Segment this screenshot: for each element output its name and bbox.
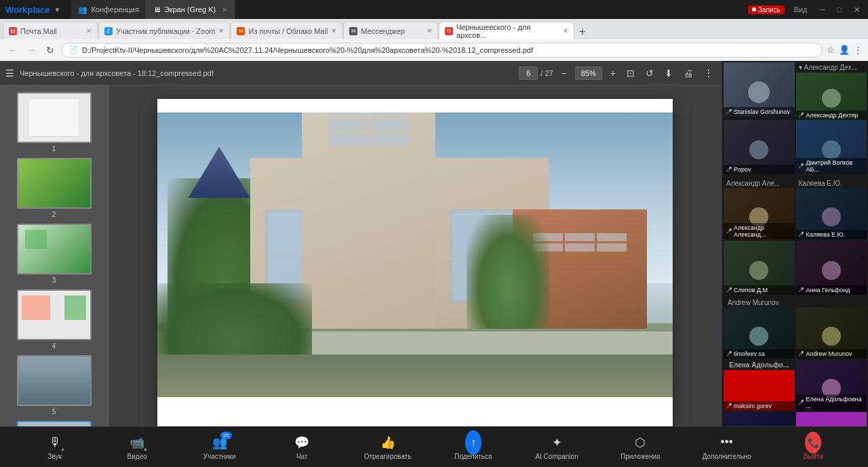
reactions-label: Отреагировать xyxy=(364,453,412,460)
close-window-button[interactable]: ✕ xyxy=(851,5,863,14)
thumbnail-5[interactable]: 5 xyxy=(7,355,101,415)
pdf-zoom-out-button[interactable]: − xyxy=(559,66,570,80)
audio-toolbar-item[interactable]: 🎙 ▲ Звук xyxy=(35,434,75,460)
thumbnail-3[interactable]: 3 xyxy=(7,224,101,284)
back-button[interactable]: ← xyxy=(5,43,20,57)
kalyaeva-mic: 🎤 xyxy=(799,232,804,237)
share-button[interactable]: ↑ xyxy=(465,430,481,455)
conference-tab[interactable]: 👥 Конференция xyxy=(71,0,146,19)
pdf-fit-page-button[interactable]: ⊡ xyxy=(624,66,637,80)
browser-tab-mail[interactable]: M Почта Mail ✕ xyxy=(3,22,98,39)
gelfond-overlay: 🎤 Анна Гельфонд xyxy=(796,285,867,295)
cloud-tab-close[interactable]: ✕ xyxy=(331,27,336,35)
forward-button[interactable]: → xyxy=(24,43,39,57)
main-layout: ☰ Чернышевского - для архсовета - 18:12_… xyxy=(0,61,868,467)
more-toolbar-item[interactable]: ••• Дополнительно xyxy=(703,434,751,460)
slepov-cell[interactable]: 🎤 Слепов Д.М xyxy=(724,241,795,295)
alexander-a-cell[interactable]: 🎤 Александр Александ... xyxy=(724,188,795,239)
browser-tab-cloud[interactable]: M Из почты / Облако Mail ✕ xyxy=(231,22,342,39)
profile-button[interactable]: 👤 xyxy=(839,45,850,55)
bookmark-button[interactable]: ☆ xyxy=(827,45,835,55)
stanislav-name: Stanislav Gorshunov xyxy=(734,108,790,115)
pdf-favicon: G xyxy=(445,27,453,35)
slepov-name: Слепов Д.М xyxy=(734,287,768,293)
browser-tab-zoom[interactable]: Z Участник публикации · Zoom ✕ xyxy=(98,22,230,39)
pdf-page-control: / 27 xyxy=(519,66,553,80)
section-collapse[interactable]: ▾ xyxy=(799,64,802,71)
dmitry-cell[interactable]: 🎤 Дмитрий Волков АБ... xyxy=(796,120,867,174)
browser-menu-button[interactable]: ⋮ xyxy=(854,45,863,55)
alexander-d-name: Александр Дехтяр xyxy=(806,112,859,119)
kalyaeva-cell[interactable]: 🎤 Каляева Е.Ю. xyxy=(796,188,867,239)
stanislav-cell[interactable]: 🎤 Stanislav Gorshunov xyxy=(724,62,795,117)
maksim-cell[interactable]: 🎤 maksim gorev xyxy=(724,370,795,411)
thumbnail-1[interactable]: 1 xyxy=(7,92,101,153)
screen-tab[interactable]: 🖥 Экран (Greg K) ✕ xyxy=(146,0,235,19)
participants-toolbar-item[interactable]: 👥 25 Участники xyxy=(199,434,240,460)
participants-icon: 👥 25 xyxy=(212,434,228,451)
minimize-button[interactable]: ─ xyxy=(817,5,828,14)
ai-toolbar-item[interactable]: ✦ AI Companion xyxy=(535,434,578,460)
andrew-name: timofeev sa xyxy=(734,350,765,357)
dmitry-overlay: 🎤 Дмитрий Волков АБ... xyxy=(796,158,867,174)
reactions-toolbar-item[interactable]: 👍 Отреагировать xyxy=(364,434,412,460)
elena-mic: 🎤 xyxy=(799,400,804,405)
pdf-zoom-in-button[interactable]: + xyxy=(608,66,618,80)
thumbnail-2-img xyxy=(17,158,92,209)
title-bar-controls: Запись Вид ─ □ ✕ xyxy=(748,5,863,14)
video-caret[interactable]: ▲ xyxy=(142,446,148,452)
pdf-title: Чернышевского - для архсовета - 18:12_co… xyxy=(20,69,513,77)
pdf-menu-button[interactable]: ☰ xyxy=(5,68,14,79)
mail-tab-label: Почта Mail xyxy=(20,27,57,35)
end-call-button[interactable]: 📞 xyxy=(805,432,821,453)
maximize-button[interactable]: □ xyxy=(834,5,844,14)
slepov-overlay: 🎤 Слепов Д.М xyxy=(724,285,795,295)
andrew2-mic: 🎤 xyxy=(799,351,804,357)
pdf-thumbnails-sidebar: 1 2 3 xyxy=(0,85,108,467)
chat-toolbar-item[interactable]: 💬 Чат xyxy=(281,434,322,460)
zoom-favicon: Z xyxy=(104,27,113,35)
gelfond-cell[interactable]: 🎤 Анна Гельфонд xyxy=(796,241,867,295)
elena-cell[interactable]: 🎤 Елена Адольфовна ... xyxy=(796,360,867,411)
alexander-d-cell[interactable]: 🎤 Александр Дехтяр xyxy=(796,73,867,120)
video-toolbar-item[interactable]: 📹 ▲ Видео xyxy=(117,434,157,460)
thumbnail-4[interactable]: 4 xyxy=(7,289,101,350)
messenger-tab-close[interactable]: ✕ xyxy=(427,27,432,35)
maksim-name: maksim gorev xyxy=(734,403,772,409)
mail-tab-close[interactable]: ✕ xyxy=(86,27,92,35)
url-bar[interactable]: 📄 D:/ProjectKtv-II/Чернышевского/для%20А… xyxy=(61,43,823,58)
apps-toolbar-item[interactable]: ⬡ Приложения xyxy=(620,434,660,460)
browser-tab-messenger[interactable]: M Мессенджер ✕ xyxy=(343,22,438,39)
end-call-toolbar-item[interactable]: 📞 Выйти xyxy=(793,434,833,460)
pdf-toolbar-right: ⬇ 🖨 ⋮ xyxy=(662,66,716,80)
screen-tab-close[interactable]: ✕ xyxy=(222,6,227,14)
andrew-cell[interactable]: 🎤 timofeev sa xyxy=(724,308,795,359)
audio-caret[interactable]: ▲ xyxy=(60,446,66,452)
pdf-zoom-input[interactable] xyxy=(575,66,602,80)
popov-cell[interactable]: 🎤 Popov xyxy=(724,120,795,174)
new-tab-button[interactable]: + xyxy=(575,26,589,38)
pdf-page-input[interactable] xyxy=(519,66,538,80)
audio-icon: 🎙 ▲ xyxy=(47,434,63,451)
chat-label: Чат xyxy=(296,453,308,460)
participants-badge: 25 xyxy=(220,432,232,439)
pdf-download-button[interactable]: ⬇ xyxy=(662,66,675,80)
browser-tab-pdf[interactable]: G Чернышевского - для архсов... ✕ xyxy=(439,22,574,39)
recording-badge: Запись xyxy=(748,5,785,14)
thumbnail-2[interactable]: 2 xyxy=(7,158,101,218)
reload-button[interactable]: ↻ xyxy=(43,43,57,57)
share-toolbar-item[interactable]: ↑ Поделиться xyxy=(453,434,494,460)
pdf-tab-close[interactable]: ✕ xyxy=(563,27,568,35)
popov-name: Popov xyxy=(734,166,751,173)
kalyaeva-section-name: Каляева Е.Ю. xyxy=(799,180,842,187)
pdf-more-button[interactable]: ⋮ xyxy=(701,66,716,80)
pdf-page-container[interactable] xyxy=(108,85,722,467)
andrew2-cell[interactable]: 🎤 Andrew Murunov xyxy=(796,308,867,359)
gelfond-name: Анна Гельфонд xyxy=(806,287,850,293)
pdf-rotate-button[interactable]: ↺ xyxy=(643,66,656,80)
screen-icon: 🖥 xyxy=(153,5,161,14)
thumbnail-3-num: 3 xyxy=(52,277,56,284)
zoom-tab-close[interactable]: ✕ xyxy=(218,27,224,35)
app-dropdown[interactable]: ▼ xyxy=(54,6,61,14)
pdf-print-button[interactable]: 🖨 xyxy=(681,66,696,80)
